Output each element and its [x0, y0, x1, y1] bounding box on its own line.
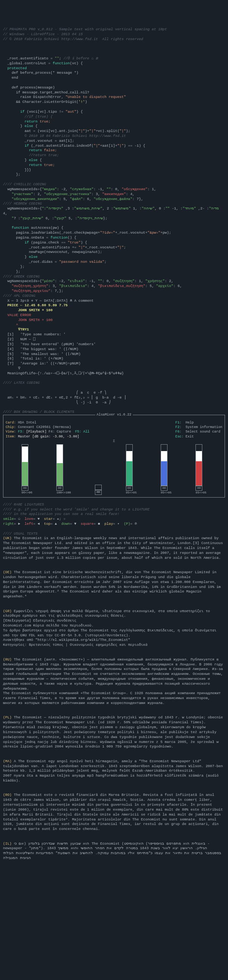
- alsamixer-panel: AlsaMixer v1.0.22 Card: HDA Intel Chip: …: [3, 415, 225, 498]
- usual-title: //// USUAL TEXTS: [3, 531, 37, 536]
- apl-title: //// APL CODING: [3, 294, 35, 298]
- latex-title: //// LATEX CODING: [3, 381, 40, 385]
- alsa-right-info: F1: Help F2: System information F6: Sele…: [175, 416, 222, 439]
- text-ru: (RU) The Economist (англ. «Экономист») —…: [3, 657, 225, 706]
- code-block-1: _root.autentificato = ""; //Ŏ ṡ before ⌂…: [3, 51, 225, 177]
- greek-title: //// GREEK CODING: [3, 275, 40, 278]
- cyrillic-title: //// CYRILLIC CODING: [3, 182, 46, 186]
- mixer-bar[interactable]: MM: [95, 485, 102, 495]
- mixer-bar[interactable]: OO85<>85: [161, 444, 172, 495]
- text-il: (IL) הוא שבועון חדשות שבדרכון בלונדון (א…: [3, 842, 225, 861]
- text-uk: (UK) The Economist is an English-languag…: [3, 536, 225, 560]
- text-pl: (PL) The Economist — niezależny politycz…: [3, 715, 225, 749]
- header-comment: // PRAGMATA PRO v_0.812 - Sample text wi…: [3, 22, 225, 41]
- alsa-left-info: Card: HDA Intel Chip: Conexant CX20561 (…: [6, 416, 89, 439]
- text-ro: (RO) The Economist este o revistă financ…: [3, 793, 225, 832]
- mixer-bar[interactable]: OO96<>96: [22, 444, 32, 495]
- ligatures-title: //// RARE LIGATURES: [3, 503, 44, 507]
- mixer-bar[interactable]: OO85<>85: [126, 444, 137, 495]
- text-de: (DE) The Economist ist eine britische Wo…: [3, 570, 225, 599]
- text-ma: (MA) A The Economist egy angol nyelvű he…: [3, 759, 225, 783]
- hebrew-title: //// HEBREW CODING: [3, 202, 42, 206]
- text-gr: (GR) Εμφανίζει ισχυρή άποψη για πολλά θέ…: [3, 609, 225, 648]
- mixer-bar[interactable]: OO85<>85: [196, 444, 206, 495]
- box-title: //// BOX DRAWING / BLOCK ELEMENTS: [3, 410, 74, 414]
- mixer-bar[interactable]: OO100<>100: [56, 444, 71, 495]
